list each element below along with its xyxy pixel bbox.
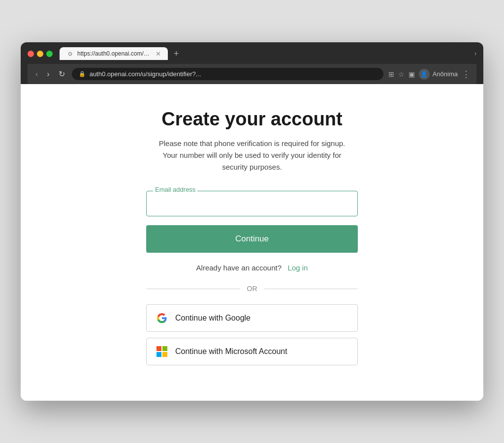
tab-bar: ⊙ https://auth0.openai.com/u/sig... ✕ + … (60, 47, 476, 60)
address-bar: ‹ › ↻ 🔒 auth0.openai.com/u/signup/identi… (28, 64, 476, 84)
bookmark-icon[interactable]: ☆ (398, 70, 405, 78)
login-link[interactable]: Log in (288, 264, 308, 272)
login-row: Already have an account? Log in (196, 264, 308, 272)
email-label: Email address (153, 186, 197, 193)
or-line-right (264, 289, 358, 289)
forward-button[interactable]: › (45, 69, 51, 79)
or-text: OR (247, 285, 257, 293)
or-divider: OR (146, 285, 358, 293)
tab-chevron-icon[interactable]: › (474, 50, 476, 57)
page-subtitle: Please note that phone verification is r… (158, 138, 346, 173)
maximize-button[interactable] (46, 51, 53, 57)
lock-icon: 🔒 (79, 71, 86, 77)
microsoft-button[interactable]: Continue with Microsoft Account (146, 338, 358, 365)
tab-close-icon[interactable]: ✕ (156, 51, 161, 57)
already-account-text: Already have an account? (196, 264, 282, 272)
microsoft-button-label: Continue with Microsoft Account (175, 347, 287, 356)
google-button-label: Continue with Google (175, 314, 251, 323)
page-content: Create your account Please note that pho… (21, 84, 483, 401)
new-tab-button[interactable]: + (171, 49, 182, 59)
more-menu-button[interactable]: ⋮ (462, 69, 471, 80)
page-title: Create your account (161, 109, 342, 130)
continue-button[interactable]: Continue (146, 225, 358, 253)
browser-window: ⊙ https://auth0.openai.com/u/sig... ✕ + … (21, 42, 483, 401)
avatar: 👤 (419, 69, 430, 80)
sidebar-icon[interactable]: ▣ (409, 70, 415, 78)
profile-name: Anônima (433, 70, 458, 78)
close-button[interactable] (28, 51, 34, 57)
google-button[interactable]: Continue with Google (146, 304, 358, 332)
back-button[interactable]: ‹ (33, 69, 40, 79)
email-input[interactable] (146, 191, 358, 216)
reload-button[interactable]: ↻ (57, 69, 67, 79)
translate-icon[interactable]: ⊞ (388, 70, 394, 78)
active-tab[interactable]: ⊙ https://auth0.openai.com/u/sig... ✕ (60, 47, 168, 60)
traffic-lights (28, 51, 53, 57)
profile-button[interactable]: 👤 Anônima (419, 69, 458, 80)
address-text: auth0.openai.com/u/signup/identifier?... (90, 70, 377, 78)
title-bar: ⊙ https://auth0.openai.com/u/sig... ✕ + … (21, 42, 483, 84)
minimize-button[interactable] (37, 51, 43, 57)
or-line-left (146, 289, 240, 289)
microsoft-icon (157, 346, 167, 357)
google-icon (157, 313, 167, 324)
tab-title: https://auth0.openai.com/u/sig... (77, 50, 152, 57)
address-actions: ⊞ ☆ ▣ 👤 Anônima ⋮ (388, 69, 471, 80)
email-form-group: Email address (146, 191, 358, 216)
tab-favicon-icon: ⊙ (66, 50, 73, 57)
address-field[interactable]: 🔒 auth0.openai.com/u/signup/identifier?.… (72, 68, 383, 80)
